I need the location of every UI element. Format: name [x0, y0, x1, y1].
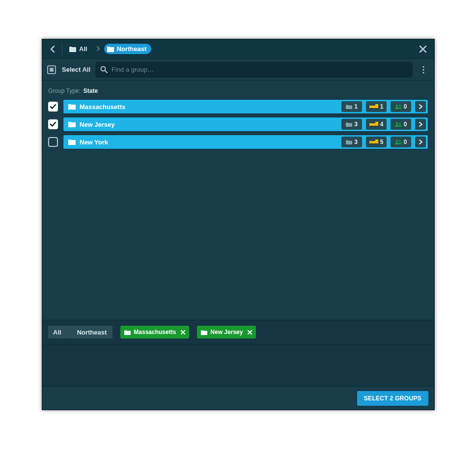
row-checkbox[interactable]: [48, 137, 58, 147]
header-divider: [62, 43, 62, 55]
expand-button[interactable]: [415, 119, 426, 130]
vehicle-count-badge: 1: [366, 101, 387, 112]
badge-value: 0: [404, 103, 407, 110]
group-row: New York 3 5 0: [48, 135, 428, 149]
group-name: Massachusetts: [80, 103, 337, 111]
drivers-icon: [395, 122, 402, 127]
selection-spacer: [42, 344, 434, 386]
vehicle-icon: [369, 140, 378, 144]
subfolder-count-badge: 3: [341, 137, 362, 147]
chip-label: Massachusetts: [134, 329, 176, 336]
breadcrumb-current-label: Northeast: [117, 45, 147, 53]
svg-rect-6: [375, 104, 378, 108]
svg-point-2: [422, 66, 424, 67]
row-checkbox[interactable]: [48, 102, 58, 112]
selection-area: All Northeast Massachusetts New Jersey: [42, 320, 434, 386]
badge-value: 3: [354, 139, 358, 145]
badge-value: 5: [380, 139, 384, 145]
group-type-label: Group Type:: [48, 87, 81, 94]
group-selector-dialog: All Northeast Select All Group Type: Sta…: [42, 39, 435, 410]
select-all-label: Select All: [62, 66, 90, 73]
driver-count-badge: 0: [391, 119, 411, 130]
folder-icon: [107, 46, 114, 52]
folder-icon: [346, 104, 352, 109]
group-list: Group Type: State Massachusetts 1 1: [42, 81, 434, 320]
svg-point-15: [395, 122, 397, 124]
selected-chip[interactable]: New Jersey: [197, 326, 256, 338]
svg-point-21: [395, 140, 397, 142]
trail-segment-northeast[interactable]: Northeast: [68, 326, 113, 338]
svg-rect-17: [369, 141, 375, 143]
group-name: New York: [80, 139, 337, 146]
select-groups-button[interactable]: SELECT 2 GROUPS: [357, 391, 428, 406]
badge-value: 0: [404, 139, 407, 145]
svg-point-3: [422, 69, 424, 70]
group-item[interactable]: New York 3 5 0: [63, 135, 428, 149]
group-name: New Jersey: [80, 121, 337, 128]
search-icon: [100, 66, 108, 73]
badge-value: 1: [354, 103, 358, 110]
breadcrumb-root[interactable]: All: [66, 44, 92, 54]
back-button[interactable]: [47, 44, 58, 55]
svg-point-10: [398, 105, 400, 107]
subfolder-count-badge: 1: [341, 101, 362, 112]
expand-button[interactable]: [415, 101, 426, 112]
folder-icon: [201, 330, 207, 335]
selection-trail: All Northeast: [48, 326, 112, 338]
svg-rect-5: [369, 106, 375, 108]
toolbar: Select All: [42, 59, 434, 81]
svg-point-0: [101, 67, 106, 71]
svg-point-9: [395, 105, 397, 107]
dialog-header: All Northeast: [42, 39, 434, 59]
group-type-header: Group Type: State: [48, 87, 428, 94]
trail-segment-all[interactable]: All: [48, 326, 67, 338]
breadcrumb-current[interactable]: Northeast: [104, 44, 152, 54]
vehicle-icon: [369, 122, 378, 127]
chip-label: New Jersey: [210, 329, 243, 336]
search-input[interactable]: [112, 66, 408, 73]
group-item[interactable]: Massachusetts 1 1 0: [63, 99, 428, 114]
folder-icon: [346, 140, 352, 144]
drivers-icon: [395, 140, 402, 144]
group-row: Massachusetts 1 1 0: [48, 99, 428, 114]
svg-line-1: [105, 71, 107, 73]
group-row: New Jersey 3 4 0: [48, 117, 428, 132]
driver-count-badge: 0: [391, 137, 411, 147]
search-field[interactable]: [95, 62, 413, 78]
selection-bar: All Northeast Massachusetts New Jersey: [42, 320, 434, 344]
folder-icon: [68, 104, 76, 110]
badge-value: 1: [380, 103, 384, 110]
dialog-footer: SELECT 2 GROUPS: [42, 386, 434, 410]
chip-remove-button[interactable]: [181, 330, 185, 335]
folder-icon: [68, 121, 76, 127]
subfolder-count-badge: 3: [341, 119, 362, 130]
select-all-checkbox[interactable]: [47, 65, 56, 74]
svg-rect-12: [375, 122, 378, 126]
svg-rect-11: [369, 123, 375, 126]
vehicle-icon: [369, 104, 378, 109]
driver-count-badge: 0: [391, 101, 411, 112]
svg-point-4: [422, 72, 424, 73]
chip-remove-button[interactable]: [248, 330, 252, 335]
breadcrumb-separator-icon: [96, 45, 100, 53]
vehicle-count-badge: 4: [366, 119, 387, 130]
svg-point-22: [398, 140, 400, 142]
breadcrumb-root-label: All: [79, 45, 87, 53]
drivers-icon: [395, 104, 402, 109]
selected-chip[interactable]: Massachusetts: [120, 326, 189, 338]
svg-point-16: [398, 122, 400, 124]
group-type-value: State: [84, 87, 98, 94]
folder-icon: [124, 330, 131, 335]
badge-value: 3: [354, 121, 358, 128]
row-checkbox[interactable]: [48, 119, 58, 129]
folder-icon: [346, 122, 352, 127]
close-button[interactable]: [417, 43, 429, 56]
expand-button[interactable]: [415, 137, 426, 147]
folder-icon: [68, 139, 76, 145]
svg-rect-18: [375, 140, 378, 143]
folder-icon: [69, 46, 76, 52]
badge-value: 4: [380, 121, 384, 128]
badge-value: 0: [404, 121, 407, 128]
group-item[interactable]: New Jersey 3 4 0: [63, 117, 428, 132]
more-menu-button[interactable]: [418, 64, 429, 76]
